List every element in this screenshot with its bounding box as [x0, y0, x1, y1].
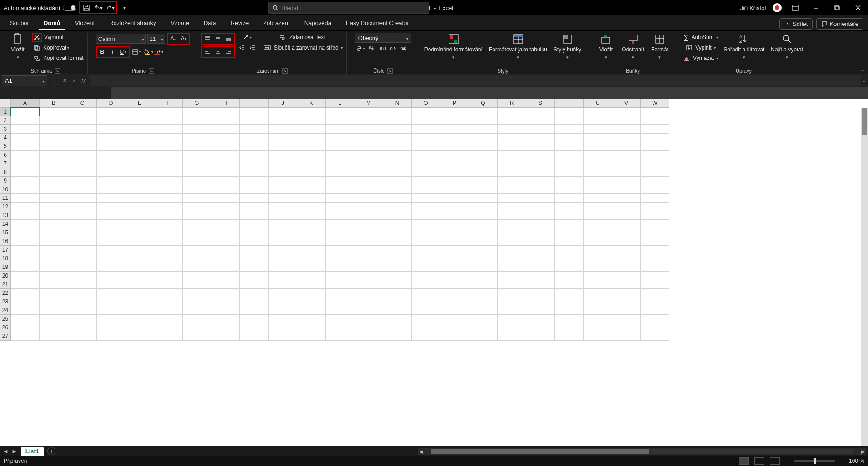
- cell[interactable]: [584, 108, 612, 116]
- cell[interactable]: [526, 108, 555, 116]
- cell[interactable]: [68, 254, 97, 263]
- cell[interactable]: [97, 272, 125, 280]
- cell[interactable]: [40, 194, 68, 203]
- cell[interactable]: [40, 211, 68, 220]
- cell[interactable]: [526, 323, 555, 332]
- cell[interactable]: [498, 177, 526, 185]
- cell[interactable]: [498, 116, 526, 125]
- cell[interactable]: [555, 211, 584, 220]
- cell[interactable]: [641, 159, 669, 168]
- cell[interactable]: [469, 306, 498, 315]
- cell[interactable]: [440, 323, 469, 332]
- cell[interactable]: [297, 297, 326, 306]
- cell[interactable]: [297, 168, 326, 177]
- cell[interactable]: [40, 125, 68, 134]
- cell[interactable]: [354, 246, 383, 254]
- cell[interactable]: [526, 168, 555, 177]
- cell[interactable]: [68, 151, 97, 159]
- cell[interactable]: [383, 159, 412, 168]
- cell[interactable]: [97, 211, 125, 220]
- cell[interactable]: [269, 168, 297, 177]
- cell[interactable]: [498, 203, 526, 211]
- cell[interactable]: [612, 297, 641, 306]
- cell[interactable]: [183, 142, 211, 151]
- share-button[interactable]: Sdílet: [779, 18, 813, 30]
- cell[interactable]: [211, 185, 240, 194]
- cell[interactable]: [269, 272, 297, 280]
- cell[interactable]: [11, 177, 40, 185]
- cell[interactable]: [326, 125, 354, 134]
- cell[interactable]: [469, 159, 498, 168]
- cell[interactable]: [125, 151, 154, 159]
- cell[interactable]: [68, 289, 97, 297]
- cell[interactable]: [269, 203, 297, 211]
- cell[interactable]: [183, 159, 211, 168]
- cell[interactable]: [612, 159, 641, 168]
- cell[interactable]: [354, 297, 383, 306]
- cell[interactable]: [154, 297, 183, 306]
- cell[interactable]: [269, 228, 297, 237]
- cell[interactable]: [11, 134, 40, 142]
- cell[interactable]: [326, 246, 354, 254]
- cell[interactable]: [211, 168, 240, 177]
- cell[interactable]: [469, 177, 498, 185]
- cell[interactable]: [612, 315, 641, 323]
- cell[interactable]: [498, 272, 526, 280]
- cell[interactable]: [584, 332, 612, 341]
- cell[interactable]: [240, 142, 269, 151]
- cell[interactable]: [240, 228, 269, 237]
- cell[interactable]: [183, 185, 211, 194]
- redo-button[interactable]: ▾: [105, 3, 115, 12]
- cell[interactable]: [526, 272, 555, 280]
- cell[interactable]: [68, 142, 97, 151]
- cell[interactable]: [326, 289, 354, 297]
- cell[interactable]: [240, 220, 269, 228]
- cell[interactable]: [68, 220, 97, 228]
- cell[interactable]: [269, 185, 297, 194]
- column-header[interactable]: G: [183, 99, 211, 108]
- cell[interactable]: [211, 297, 240, 306]
- cell[interactable]: [125, 142, 154, 151]
- align-right-button[interactable]: [224, 47, 233, 56]
- cell[interactable]: [125, 159, 154, 168]
- cell[interactable]: [584, 246, 612, 254]
- cell[interactable]: [412, 159, 440, 168]
- cell[interactable]: [498, 185, 526, 194]
- column-header[interactable]: U: [584, 99, 612, 108]
- cell[interactable]: [269, 159, 297, 168]
- cell[interactable]: [68, 134, 97, 142]
- cell[interactable]: [40, 289, 68, 297]
- cell[interactable]: [211, 203, 240, 211]
- name-box[interactable]: A1: [2, 75, 47, 86]
- cell[interactable]: [641, 177, 669, 185]
- cell[interactable]: [641, 332, 669, 341]
- cell[interactable]: [326, 228, 354, 237]
- cell[interactable]: [584, 125, 612, 134]
- row-header[interactable]: 6: [0, 151, 11, 159]
- cell[interactable]: [297, 211, 326, 220]
- cell[interactable]: [498, 289, 526, 297]
- cell[interactable]: [584, 168, 612, 177]
- font-color-button[interactable]: A: [155, 47, 165, 56]
- cell[interactable]: [612, 142, 641, 151]
- horizontal-scrollbar[interactable]: ◄ ►: [418, 448, 866, 455]
- cell[interactable]: [240, 280, 269, 289]
- cell[interactable]: [68, 246, 97, 254]
- cell[interactable]: [68, 263, 97, 272]
- row-header[interactable]: 22: [0, 289, 11, 297]
- cell[interactable]: [555, 315, 584, 323]
- cell[interactable]: [612, 125, 641, 134]
- column-header[interactable]: J: [269, 99, 297, 108]
- cell[interactable]: [383, 134, 412, 142]
- column-header[interactable]: S: [526, 99, 555, 108]
- cell[interactable]: [584, 194, 612, 203]
- cell[interactable]: [526, 254, 555, 263]
- cell[interactable]: [526, 185, 555, 194]
- cell[interactable]: [326, 185, 354, 194]
- cell[interactable]: [641, 194, 669, 203]
- cell[interactable]: [97, 142, 125, 151]
- cell[interactable]: [183, 280, 211, 289]
- cell[interactable]: [498, 297, 526, 306]
- cell[interactable]: [354, 108, 383, 116]
- row-header[interactable]: 18: [0, 254, 11, 263]
